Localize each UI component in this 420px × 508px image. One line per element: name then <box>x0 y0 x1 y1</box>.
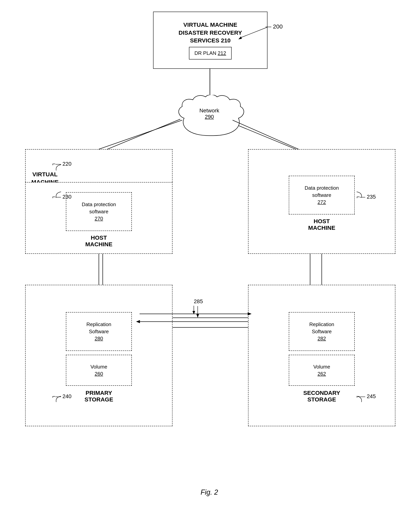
svg-line-24 <box>99 120 182 149</box>
dps-right-label: Data protectionsoftware272 <box>305 184 339 206</box>
vol-right-box: Volume262 <box>289 355 355 386</box>
host-left-box: Data protectionsoftware270 HOSTMACHINE <box>25 182 172 254</box>
network-cloud: Network 290 <box>172 95 246 140</box>
ref-230: ⌐— 230 <box>52 194 72 200</box>
main-connectors <box>0 0 420 508</box>
rep-left-box: ReplicationSoftware280 <box>66 312 132 351</box>
svg-line-1 <box>103 119 180 151</box>
network-ref: 290 <box>172 114 246 120</box>
secondary-storage-label: SECONDARYSTORAGE <box>303 390 340 403</box>
rep-left-label: ReplicationSoftware280 <box>86 321 112 342</box>
vol-left-label: Volume260 <box>90 363 107 377</box>
host-left-label: HOSTMACHINE <box>85 235 112 248</box>
ref-285: 285 <box>194 298 203 305</box>
svg-marker-33 <box>192 311 195 314</box>
dps-left-box: Data protectionsoftware270 <box>66 192 132 231</box>
secondary-storage-box: ReplicationSoftware282 Volume262 SECONDA… <box>248 285 395 426</box>
ref-235: ⌐— 235 <box>357 194 376 200</box>
rep-right-label: ReplicationSoftware282 <box>309 321 334 342</box>
connectors-svg <box>0 0 420 508</box>
vmdrs-title: VIRTUAL MACHINE DISASTER RECOVERY SERVIC… <box>179 21 242 44</box>
drplan-label: DR PLAN 212 <box>195 50 226 56</box>
primary-storage-box: ReplicationSoftware280 Volume260 PRIMARY… <box>25 285 172 426</box>
svg-marker-22 <box>196 314 199 318</box>
ref-245: ⌐— 245 <box>357 393 376 399</box>
dps-right-box: Data protectionsoftware272 <box>289 176 355 214</box>
host-right-box: Data protectionsoftware272 HOSTMACHINE <box>248 149 395 254</box>
fig-label: Fig. 2 <box>182 488 236 496</box>
ref-200: — 200 <box>266 23 283 30</box>
diagram: VIRTUAL MACHINE DISASTER RECOVERY SERVIC… <box>0 0 420 508</box>
vol-right-label: Volume262 <box>313 363 330 377</box>
host-right-label: HOSTMACHINE <box>308 218 335 231</box>
network-label: Network <box>172 108 246 114</box>
primary-storage-label: PRIMARYSTORAGE <box>84 390 113 403</box>
drplan-box: DR PLAN 212 <box>189 47 232 59</box>
vmdrs-box: VIRTUAL MACHINE DISASTER RECOVERY SERVIC… <box>153 12 268 69</box>
dps-left-label: Data protectionsoftware270 <box>82 201 116 222</box>
ref-220: ⌐— 220 <box>52 161 72 167</box>
rep-right-box: ReplicationSoftware282 <box>289 312 355 351</box>
vol-left-box: Volume260 <box>66 355 132 386</box>
ref-240: ⌐— 240 <box>52 393 72 399</box>
